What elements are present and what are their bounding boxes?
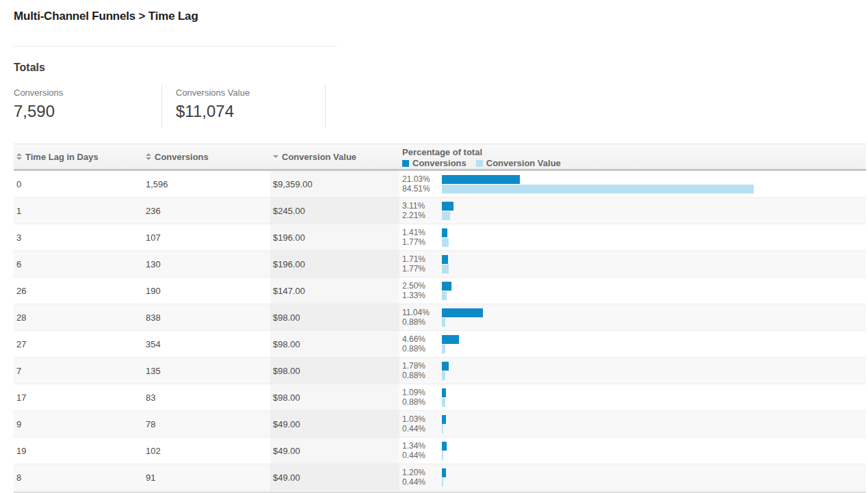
cell-time-lag-in-days: 17 xyxy=(14,384,143,410)
table-body: 0 1,596 $9,359.00 21.03% 84.51% 1 236 $2… xyxy=(14,171,866,491)
cell-conversions: 190 xyxy=(143,278,270,304)
conversion-value-pct-label: 0.88% xyxy=(402,344,442,354)
total-conversions-value-label: Conversions Value xyxy=(176,88,325,98)
percentage-bars xyxy=(442,442,866,460)
conversion-value-pct-label: 2.21% xyxy=(402,211,442,220)
percentage-bars xyxy=(442,202,866,220)
cell-conversion-value: $98.00 xyxy=(270,304,399,330)
conversions-pct-label: 1.71% xyxy=(402,254,442,264)
cell-percentage-of-total: 1.20% 0.44% xyxy=(399,464,866,490)
legend-conversion-value-label: Conversion Value xyxy=(486,158,561,168)
cell-percentage-of-total: 1.09% 0.88% xyxy=(399,384,866,410)
conversions-pct-label: 1.34% xyxy=(402,441,442,451)
cell-conversions: 135 xyxy=(143,358,270,384)
conversions-pct-label: 11.04% xyxy=(402,308,442,317)
table-row: 9 78 $49.00 1.03% 0.44% xyxy=(14,411,866,438)
column-header-conversions[interactable]: Conversions xyxy=(143,144,270,169)
table-row: 28 838 $98.00 11.04% 0.88% xyxy=(14,304,866,331)
sort-unsorted-icon xyxy=(146,153,151,160)
conversion-value-bar xyxy=(442,291,447,300)
conversion-value-pct-label: 1.77% xyxy=(402,237,442,247)
conversions-pct-label: 1.03% xyxy=(402,414,442,424)
cell-conversion-value: $196.00 xyxy=(270,224,399,250)
conversion-value-bar xyxy=(442,185,754,194)
column-header-time-lag-in-days[interactable]: Time Lag in Days xyxy=(14,144,143,169)
cell-percentage-of-total: 2.50% 1.33% xyxy=(399,278,866,304)
conversions-bar xyxy=(442,175,520,184)
cell-conversions: 78 xyxy=(143,411,270,437)
column-header-label: Conversions xyxy=(155,152,209,162)
percentage-labels: 1.78% 0.88% xyxy=(402,361,442,380)
cell-conversion-value: $49.00 xyxy=(270,411,399,437)
conversion-value-bar xyxy=(442,371,445,380)
conversion-value-pct-label: 1.33% xyxy=(402,291,442,300)
percentage-labels: 1.41% 1.77% xyxy=(402,228,442,247)
cell-conversion-value: $147.00 xyxy=(270,278,399,304)
conversion-value-pct-label: 84.51% xyxy=(402,184,442,194)
column-header-label: Time Lag in Days xyxy=(25,152,98,162)
conversions-pct-label: 1.41% xyxy=(402,228,442,237)
cell-conversion-value: $98.00 xyxy=(270,331,399,357)
conversions-bar xyxy=(442,442,447,451)
percentage-bars xyxy=(442,308,866,327)
cell-conversion-value: $49.00 xyxy=(270,438,399,464)
cell-conversion-value: $245.00 xyxy=(270,198,399,224)
percentage-bars xyxy=(442,175,866,194)
conversion-value-bar xyxy=(442,398,445,407)
percentage-bars xyxy=(442,228,866,247)
cell-percentage-of-total: 1.71% 1.77% xyxy=(399,251,866,277)
cell-time-lag-in-days: 9 xyxy=(14,411,143,437)
totals-heading: Totals xyxy=(14,61,854,74)
cell-time-lag-in-days: 7 xyxy=(14,358,143,384)
percentage-labels: 21.03% 84.51% xyxy=(402,174,442,194)
conversion-value-pct-label: 0.88% xyxy=(402,397,442,407)
table-header-row: Time Lag in Days Conversions Conversion … xyxy=(14,144,866,171)
cell-conversion-value: $196.00 xyxy=(270,251,399,277)
cell-percentage-of-total: 11.04% 0.88% xyxy=(399,304,866,330)
conversions-pct-label: 2.50% xyxy=(402,281,442,291)
title-divider xyxy=(14,46,337,46)
cell-conversions: 107 xyxy=(143,224,270,250)
conversion-value-bar xyxy=(442,318,445,327)
table-row: 0 1,596 $9,359.00 21.03% 84.51% xyxy=(14,171,866,198)
percentage-of-total-title: Percentage of total xyxy=(402,147,866,157)
cell-conversion-value: $49.00 xyxy=(270,464,399,490)
sort-unsorted-icon xyxy=(16,153,22,160)
conversion-value-pct-label: 0.88% xyxy=(402,371,442,380)
conversions-bar xyxy=(442,255,448,264)
total-conversions-value: 7,590 xyxy=(14,102,161,121)
table-row: 27 354 $98.00 4.66% 0.88% xyxy=(14,331,866,358)
legend-conversions-label: Conversions xyxy=(412,158,466,168)
bar-legend: Conversions Conversion Value xyxy=(402,158,866,168)
cell-time-lag-in-days: 19 xyxy=(14,438,143,464)
percentage-bars xyxy=(442,362,866,380)
percentage-bars xyxy=(442,415,866,434)
conversion-value-pct-label: 1.77% xyxy=(402,264,442,274)
table-row: 26 190 $147.00 2.50% 1.33% xyxy=(14,278,866,304)
table-row: 6 130 $196.00 1.71% 1.77% xyxy=(14,251,866,278)
table-row: 7 135 $98.00 1.78% 0.88% xyxy=(14,358,866,384)
legend-conversion-value-swatch-icon xyxy=(476,160,483,167)
table-row: 1 236 $245.00 3.11% 2.21% xyxy=(14,198,866,224)
conversions-bar xyxy=(442,308,483,317)
conversions-pct-label: 1.09% xyxy=(402,388,442,397)
conversions-bar xyxy=(442,228,447,237)
legend-conversions-swatch-icon xyxy=(402,160,409,167)
conversions-bar xyxy=(442,362,449,371)
conversions-pct-label: 3.11% xyxy=(402,201,442,211)
cell-percentage-of-total: 21.03% 84.51% xyxy=(399,171,866,197)
conversions-bar xyxy=(442,202,453,211)
cell-time-lag-in-days: 1 xyxy=(14,198,143,224)
conversion-value-bar xyxy=(442,425,443,434)
conversion-value-bar xyxy=(442,238,449,247)
conversion-value-bar xyxy=(442,211,450,220)
conversion-value-bar xyxy=(442,345,445,354)
column-header-conversion-value[interactable]: Conversion Value xyxy=(270,144,399,169)
cell-conversions: 83 xyxy=(143,384,270,410)
percentage-labels: 1.20% 0.44% xyxy=(402,468,442,487)
cell-conversions: 130 xyxy=(143,251,270,277)
time-lag-report-page: Multi-Channel Funnels > Time Lag Totals … xyxy=(0,0,868,493)
percentage-bars xyxy=(442,468,866,487)
cell-time-lag-in-days: 28 xyxy=(14,304,143,330)
table-row: 17 83 $98.00 1.09% 0.88% xyxy=(14,384,866,411)
